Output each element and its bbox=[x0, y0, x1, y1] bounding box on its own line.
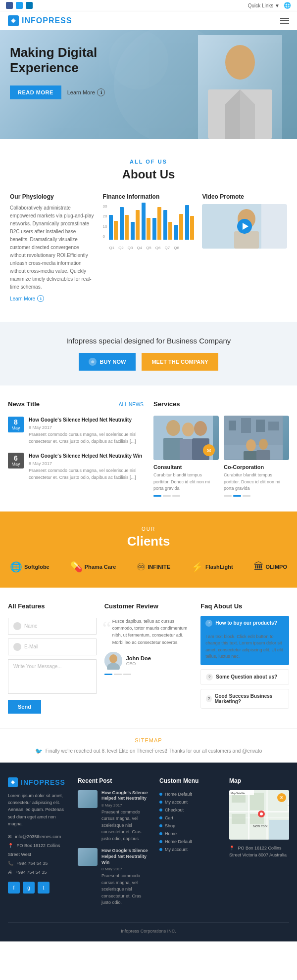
send-button[interactable]: Send bbox=[8, 700, 41, 714]
service-image-2 bbox=[224, 416, 289, 460]
news-section: News Title ALL NEWS 8 May How Google's S… bbox=[8, 400, 144, 497]
footer-menu-item-4[interactable]: Cart bbox=[159, 814, 219, 822]
faq-item-2: ? Some Question about us? bbox=[200, 669, 289, 685]
faq-header-1[interactable]: ? How to buy our products? bbox=[200, 616, 289, 631]
twitter-icon-top[interactable] bbox=[16, 2, 23, 9]
email-icon bbox=[13, 643, 21, 651]
svg-rect-37 bbox=[248, 790, 249, 840]
features-col: All Features Name E-Mail Write Your Mess… bbox=[8, 602, 97, 714]
about-section: ALL OF US About Us Our Physiology Collab… bbox=[0, 139, 297, 322]
svg-text:Map  Satellite: Map Satellite bbox=[231, 792, 245, 795]
svg-point-13 bbox=[166, 420, 180, 436]
menu-dot-5 bbox=[159, 824, 162, 827]
footer: INFOPRESS Lorem ipsum dolor sit amet, co… bbox=[0, 763, 297, 941]
sitemap-link[interactable]: SITEMAP bbox=[135, 737, 162, 743]
hero-title: Making Digital Experience bbox=[10, 45, 105, 76]
svg-point-31 bbox=[109, 654, 117, 663]
svg-rect-24 bbox=[256, 420, 265, 432]
map-notification-badge: ✉ bbox=[277, 793, 286, 802]
footer-bottom: Infopress Corporations INC. bbox=[8, 922, 289, 934]
footer-menu-item-3[interactable]: Checkout bbox=[159, 806, 219, 814]
footer-about-col: INFOPRESS Lorem ipsum dolor sit amet, co… bbox=[8, 777, 68, 912]
hero-title-line2: Experience bbox=[10, 60, 79, 75]
video-thumbnail[interactable] bbox=[202, 204, 287, 249]
linkedin-icon[interactable] bbox=[26, 2, 33, 9]
header: INFOPRESS bbox=[0, 11, 297, 30]
features-title: All Features bbox=[8, 602, 97, 610]
finance-title: Finance Information bbox=[103, 193, 195, 200]
footer-post-date-2: 8 May 2017 bbox=[101, 867, 149, 871]
read-more-button[interactable]: READ MORE bbox=[10, 85, 61, 99]
footer-desc: Lorem ipsum dolor sit amet, consectetur … bbox=[8, 792, 68, 828]
footer-menu-title: Custom Menu bbox=[159, 777, 219, 784]
faq-header-3[interactable]: ? Good Success Business Marketing? bbox=[201, 689, 289, 708]
footer-map-col: Map bbox=[229, 777, 289, 912]
service-card-1: ✉ Consultant Curabitur blandit tempus po… bbox=[153, 416, 219, 497]
logo[interactable]: INFOPRESS bbox=[8, 15, 72, 26]
svg-rect-27 bbox=[244, 451, 258, 460]
news-headline-2: How Google's Silence Helped Net Neutrali… bbox=[29, 453, 144, 459]
news-excerpt-1: Praesent commodo cursus magna, vel scele… bbox=[29, 431, 144, 445]
news-content-2: How Google's Silence Helped Net Neutrali… bbox=[29, 453, 144, 481]
news-headline-1: How Google's Silence Helped Net Neutrali… bbox=[29, 417, 144, 423]
message-field-display[interactable]: Write Your Message... bbox=[8, 659, 97, 694]
footer-menu-item-1[interactable]: Home Default bbox=[159, 790, 219, 798]
footer-menu-item-6[interactable]: Home bbox=[159, 830, 219, 838]
faq-question-3: Good Success Business Marketing? bbox=[215, 693, 284, 704]
faq-header-2[interactable]: ? Some Question about us? bbox=[201, 670, 289, 684]
quick-links[interactable]: Quick Links ▼ bbox=[248, 3, 280, 8]
svg-rect-22 bbox=[229, 421, 236, 430]
footer-menu-item-7[interactable]: Home Default bbox=[159, 838, 219, 846]
svg-point-2 bbox=[109, 30, 168, 89]
globe-icon[interactable]: 🌐 bbox=[284, 2, 291, 9]
review-text: Fusce dapibus, tellus ac cursus commodo,… bbox=[104, 618, 193, 646]
twitter-bird-icon: 🐦 bbox=[35, 748, 43, 755]
hamburger-menu[interactable] bbox=[280, 18, 289, 24]
clients-title: Clients bbox=[10, 534, 287, 549]
footer-logo-text: INFOPRESS bbox=[21, 778, 65, 786]
client-phamacare: 💊 Phama Care bbox=[70, 561, 116, 573]
reviewer-name: John Doe bbox=[126, 655, 151, 661]
about-subtitle: ALL OF US bbox=[10, 159, 287, 165]
about-title: About Us bbox=[10, 168, 287, 181]
footer-email: ✉ info@2035themes.com bbox=[8, 832, 68, 841]
service-dots-1 bbox=[153, 495, 219, 497]
service-card-2: Co-Corporation Curabitur blandit tempus … bbox=[224, 416, 289, 497]
footer-posts-title: Recent Post bbox=[78, 777, 149, 784]
services-section: Services ✉ Consultant bbox=[153, 400, 289, 497]
menu-dot-2 bbox=[159, 801, 162, 804]
news-header: News Title ALL NEWS bbox=[8, 400, 144, 409]
service-card-title-2: Co-Corporation bbox=[224, 464, 289, 470]
service-card-desc-1: Curabitur blandit tempus porttitor. Done… bbox=[153, 472, 219, 492]
all-news-link[interactable]: ALL NEWS bbox=[119, 402, 144, 407]
phamacare-icon: 💊 bbox=[70, 561, 83, 573]
footer-twitter-btn[interactable]: t bbox=[38, 882, 50, 894]
review-title: Customer Review bbox=[104, 602, 193, 610]
flashlight-icon: ⚡ bbox=[191, 561, 203, 573]
footer-menu-item-8[interactable]: My account bbox=[159, 846, 219, 853]
footer-menu-item-2[interactable]: My account bbox=[159, 798, 219, 806]
news-title: News Title bbox=[8, 400, 40, 408]
facebook-icon[interactable] bbox=[6, 2, 13, 9]
chart-container: 3020100 Q1Q2Q3Q4Q5Q6Q7Q8 bbox=[103, 204, 195, 250]
footer-facebook-btn[interactable]: f bbox=[8, 882, 20, 894]
meet-company-button[interactable]: MEET THE COMPANY bbox=[142, 353, 218, 371]
learn-more-link[interactable]: Learn More ℹ bbox=[10, 295, 95, 302]
map-address: 📍 PO Box 16122 Collins Street Victoria 8… bbox=[229, 845, 289, 859]
logo-icon bbox=[8, 15, 19, 26]
svg-rect-11 bbox=[234, 231, 259, 249]
faq-question-1: How to buy our products? bbox=[215, 620, 277, 626]
footer-menu-item-5[interactable]: Shop bbox=[159, 822, 219, 830]
infinite-icon: ♾ bbox=[137, 561, 146, 573]
bar-chart: Q1Q2Q3Q4Q5Q6Q7Q8 bbox=[109, 204, 194, 250]
footer-grid: INFOPRESS Lorem ipsum dolor sit amet, co… bbox=[8, 777, 289, 912]
name-field-display: Name bbox=[8, 618, 97, 635]
svg-rect-41 bbox=[250, 793, 264, 810]
about-card-video: Video Promote bbox=[202, 193, 287, 302]
footer-post-date-1: 8 May 2017 bbox=[101, 803, 149, 808]
footer-google-btn[interactable]: g bbox=[23, 882, 35, 894]
name-icon bbox=[13, 622, 21, 630]
about-card-physiology: Our Physiology Collaboratively administr… bbox=[10, 193, 95, 302]
buy-now-button[interactable]: ⊕ BUY NOW bbox=[79, 353, 136, 371]
learn-more-button[interactable]: Learn More ℹ bbox=[67, 88, 105, 96]
